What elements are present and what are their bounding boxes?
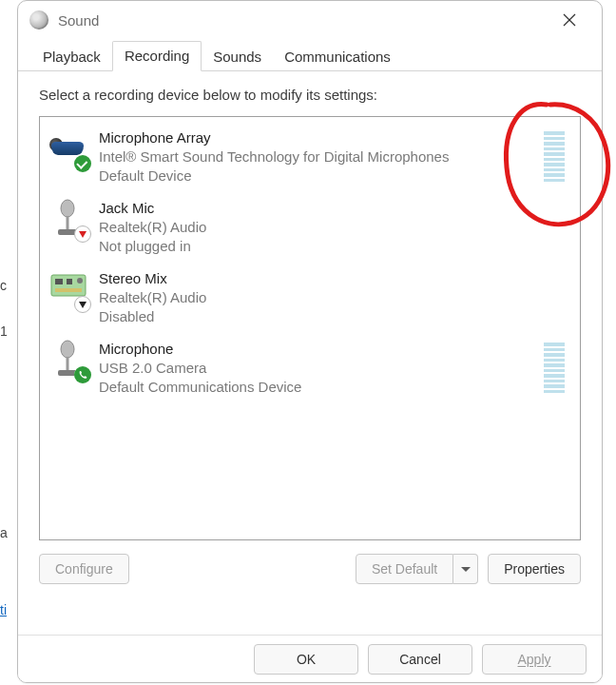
apply-label: Apply: [517, 652, 550, 667]
bg-fragment: ti: [0, 602, 13, 617]
set-default-dropdown[interactable]: [453, 554, 478, 584]
device-item[interactable]: Stereo Mix Realtek(R) Audio Disabled: [44, 264, 576, 334]
tab-recording[interactable]: Recording: [112, 41, 202, 71]
disabled-badge-icon: [74, 296, 91, 313]
unplugged-badge-icon: [74, 225, 91, 243]
tab-playback[interactable]: Playback: [31, 43, 112, 71]
device-driver: Intel® Smart Sound Technology for Digita…: [99, 147, 534, 166]
svg-rect-11: [67, 357, 69, 370]
phone-badge-icon: [74, 366, 91, 383]
check-badge-icon: [74, 155, 91, 172]
svg-point-10: [61, 341, 74, 358]
device-text: Microphone USB 2.0 Camera Default Commun…: [99, 340, 534, 397]
device-name: Jack Mic: [99, 199, 568, 218]
bg-fragment: c: [0, 278, 13, 293]
soundcard-icon: [49, 269, 89, 311]
svg-point-2: [61, 200, 74, 217]
bg-fragment: 1: [0, 323, 13, 339]
device-status: Not plugged in: [99, 237, 568, 256]
level-meter: [544, 340, 565, 393]
headset-icon: [49, 128, 89, 170]
svg-rect-8: [55, 288, 82, 292]
device-item[interactable]: Jack Mic Realtek(R) Audio Not plugged in: [44, 193, 576, 264]
level-meter: [544, 128, 565, 182]
properties-button[interactable]: Properties: [488, 554, 581, 584]
svg-rect-6: [55, 279, 63, 284]
set-default-split-button: Set Default: [356, 554, 478, 584]
sound-dialog: Sound Playback Recording Sounds Communic…: [17, 0, 603, 683]
tab-communications[interactable]: Communications: [273, 43, 402, 71]
svg-rect-3: [67, 216, 69, 229]
device-text: Stereo Mix Realtek(R) Audio Disabled: [99, 269, 568, 326]
device-item[interactable]: Microphone Array Intel® Smart Sound Tech…: [44, 123, 576, 193]
microphone-icon: [49, 340, 89, 382]
svg-point-9: [77, 278, 83, 284]
apply-button[interactable]: Apply: [482, 644, 587, 675]
configure-button[interactable]: Configure: [39, 554, 129, 584]
set-default-button[interactable]: Set Default: [356, 554, 453, 584]
close-icon: [563, 13, 576, 27]
speaker-icon: [29, 10, 48, 29]
svg-rect-7: [67, 279, 72, 284]
instruction-text: Select a recording device below to modif…: [39, 87, 581, 103]
device-driver: Realtek(R) Audio: [99, 218, 568, 237]
panel-button-row: Configure Set Default Properties: [39, 554, 581, 584]
tab-strip: Playback Recording Sounds Communications: [18, 39, 602, 71]
tab-sounds[interactable]: Sounds: [202, 43, 273, 71]
close-button[interactable]: [549, 5, 590, 35]
device-status: Disabled: [99, 307, 568, 326]
device-status: Default Device: [99, 166, 534, 186]
device-driver: USB 2.0 Camera: [99, 359, 534, 378]
window-title: Sound: [58, 12, 549, 29]
dialog-footer: OK Cancel Apply: [18, 635, 602, 682]
device-name: Stereo Mix: [99, 269, 568, 288]
device-status: Default Communications Device: [99, 378, 534, 397]
device-name: Microphone Array: [99, 128, 534, 147]
device-text: Microphone Array Intel® Smart Sound Tech…: [99, 128, 534, 186]
bg-fragment: a: [0, 525, 13, 540]
titlebar: Sound: [18, 1, 602, 39]
device-item[interactable]: Microphone USB 2.0 Camera Default Commun…: [44, 334, 576, 404]
cancel-button[interactable]: Cancel: [368, 644, 472, 675]
ok-button[interactable]: OK: [254, 644, 358, 675]
device-list[interactable]: Microphone Array Intel® Smart Sound Tech…: [39, 116, 581, 540]
device-driver: Realtek(R) Audio: [99, 288, 568, 307]
device-text: Jack Mic Realtek(R) Audio Not plugged in: [99, 199, 568, 256]
tab-panel-recording: Select a recording device below to modif…: [18, 71, 602, 594]
device-name: Microphone: [99, 340, 534, 359]
microphone-icon: [49, 199, 89, 241]
